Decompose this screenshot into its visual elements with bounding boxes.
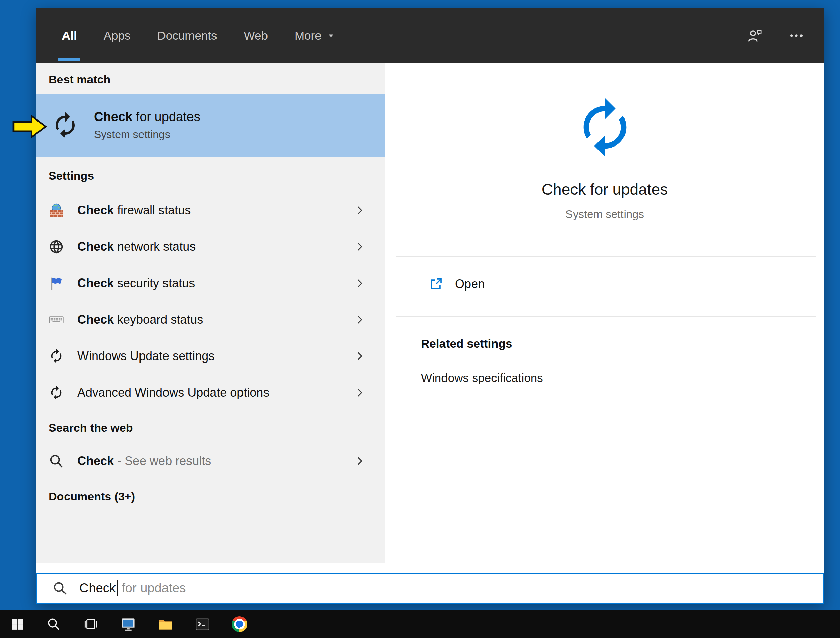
taskbar-pc-app[interactable]: [109, 610, 147, 638]
windows-specifications-link[interactable]: Windows specifications: [421, 371, 824, 385]
filter-tabs: All Apps Documents Web More: [62, 8, 335, 63]
tab-documents[interactable]: Documents: [157, 8, 217, 63]
result-check-security-status[interactable]: Check security status: [36, 265, 385, 302]
open-action[interactable]: Open: [429, 273, 824, 295]
search-icon: [49, 453, 64, 469]
computer-monitor-icon: [120, 616, 136, 632]
chevron-right-icon[interactable]: [354, 455, 365, 467]
annotation-arrow: [12, 114, 47, 139]
preview-subtitle: System settings: [385, 208, 824, 221]
search-suggestion-text: for updates: [118, 581, 186, 595]
user-account-icon[interactable]: [747, 28, 762, 44]
preview-title: Check for updates: [385, 180, 824, 199]
tab-apps[interactable]: Apps: [104, 8, 131, 63]
taskbar: [0, 610, 840, 638]
sync-icon: [49, 385, 64, 400]
best-match-title: Check for updates: [94, 110, 200, 124]
result-check-firewall-status[interactable]: Check firewall status: [36, 192, 385, 229]
related-settings-header: Related settings: [421, 337, 824, 351]
settings-section-header: Settings: [49, 169, 385, 183]
tab-web[interactable]: Web: [244, 8, 268, 63]
chevron-right-icon[interactable]: [354, 387, 365, 398]
chrome-icon: [232, 616, 247, 632]
search-icon: [52, 581, 68, 596]
search-results-panel: Best match Check for updates System sett…: [36, 63, 385, 564]
start-button[interactable]: [0, 610, 35, 638]
chevron-right-icon[interactable]: [354, 205, 365, 216]
result-windows-update-settings[interactable]: Windows Update settings: [36, 338, 385, 374]
chevron-right-icon[interactable]: [354, 278, 365, 289]
result-check-network-status[interactable]: Check network status: [36, 229, 385, 265]
search-flyout-window: All Apps Documents Web More Best match: [36, 8, 824, 604]
ellipsis-menu-icon[interactable]: [789, 28, 804, 44]
search-filter-bar: All Apps Documents Web More: [36, 8, 824, 63]
best-match-subtitle: System settings: [94, 128, 200, 141]
sync-icon: [49, 348, 64, 364]
best-match-result[interactable]: Check for updates System settings: [36, 94, 385, 156]
divider: [396, 256, 816, 257]
task-view-button[interactable]: [72, 610, 109, 638]
best-match-header: Best match: [49, 73, 385, 87]
text-cursor: [117, 580, 117, 597]
chevron-right-icon[interactable]: [354, 241, 365, 253]
divider: [396, 316, 816, 317]
globe-icon: [49, 239, 64, 254]
sync-icon-large: [573, 95, 637, 160]
result-check-see-web-results[interactable]: Check - See web results: [36, 443, 385, 479]
sync-icon: [51, 111, 79, 139]
search-icon: [47, 617, 61, 631]
taskbar-chrome[interactable]: [221, 610, 258, 638]
documents-section-header[interactable]: Documents (3+): [49, 490, 385, 503]
tab-all[interactable]: All: [62, 8, 77, 63]
taskbar-file-explorer[interactable]: [147, 610, 184, 638]
result-advanced-windows-update-options[interactable]: Advanced Windows Update options: [36, 374, 385, 411]
taskbar-search-button[interactable]: [35, 610, 72, 638]
result-check-keyboard-status[interactable]: Check keyboard status: [36, 302, 385, 338]
terminal-icon: [195, 616, 210, 632]
search-web-section-header: Search the web: [49, 421, 385, 435]
chevron-right-icon[interactable]: [354, 314, 365, 325]
task-view-icon: [84, 617, 98, 631]
keyboard-icon: [49, 312, 64, 327]
search-input[interactable]: Check for updates: [36, 573, 824, 604]
chevron-right-icon[interactable]: [354, 351, 365, 362]
folder-icon: [157, 616, 173, 632]
chevron-down-icon: [327, 32, 335, 40]
firewall-icon: [49, 202, 64, 218]
search-typed-text: Check: [79, 581, 116, 595]
windows-logo-icon: [11, 617, 25, 631]
taskbar-terminal[interactable]: [184, 610, 221, 638]
preview-panel: Check for updates System settings Open R…: [385, 63, 824, 564]
open-external-icon: [429, 276, 443, 291]
tab-more[interactable]: More: [294, 8, 335, 63]
flag-icon: [49, 275, 64, 291]
